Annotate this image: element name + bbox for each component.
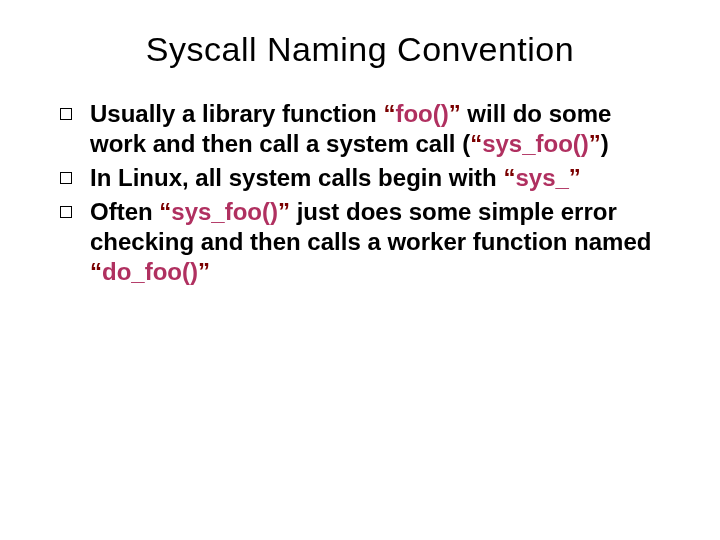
code-term: foo(): [395, 100, 448, 127]
open-quote: “: [470, 130, 482, 157]
close-quote: ”: [278, 198, 290, 225]
slide-title: Syscall Naming Convention: [40, 30, 680, 69]
list-item: In Linux, all system calls begin with “s…: [60, 163, 660, 193]
bullet-list: Usually a library function “foo()” will …: [40, 99, 680, 287]
square-bullet-icon: [60, 108, 72, 120]
close-quote: ”: [198, 258, 210, 285]
text-fragment: Usually a library function: [90, 100, 383, 127]
text-fragment: Often: [90, 198, 159, 225]
text-fragment: ): [601, 130, 609, 157]
bullet-text: Often “sys_foo()” just does some simple …: [90, 197, 660, 287]
close-quote: ”: [589, 130, 601, 157]
close-quote: ”: [569, 164, 581, 191]
open-quote: “: [383, 100, 395, 127]
slide: Syscall Naming Convention Usually a libr…: [0, 0, 720, 540]
code-term: sys_: [515, 164, 568, 191]
open-quote: “: [90, 258, 102, 285]
square-bullet-icon: [60, 206, 72, 218]
bullet-text: Usually a library function “foo()” will …: [90, 99, 660, 159]
open-quote: “: [159, 198, 171, 225]
square-bullet-icon: [60, 172, 72, 184]
code-term: sys_foo(): [171, 198, 278, 225]
text-fragment: In Linux, all system calls begin with: [90, 164, 503, 191]
code-term: sys_foo(): [482, 130, 589, 157]
bullet-text: In Linux, all system calls begin with “s…: [90, 163, 660, 193]
list-item: Often “sys_foo()” just does some simple …: [60, 197, 660, 287]
code-term: do_foo(): [102, 258, 198, 285]
open-quote: “: [503, 164, 515, 191]
list-item: Usually a library function “foo()” will …: [60, 99, 660, 159]
close-quote: ”: [449, 100, 461, 127]
